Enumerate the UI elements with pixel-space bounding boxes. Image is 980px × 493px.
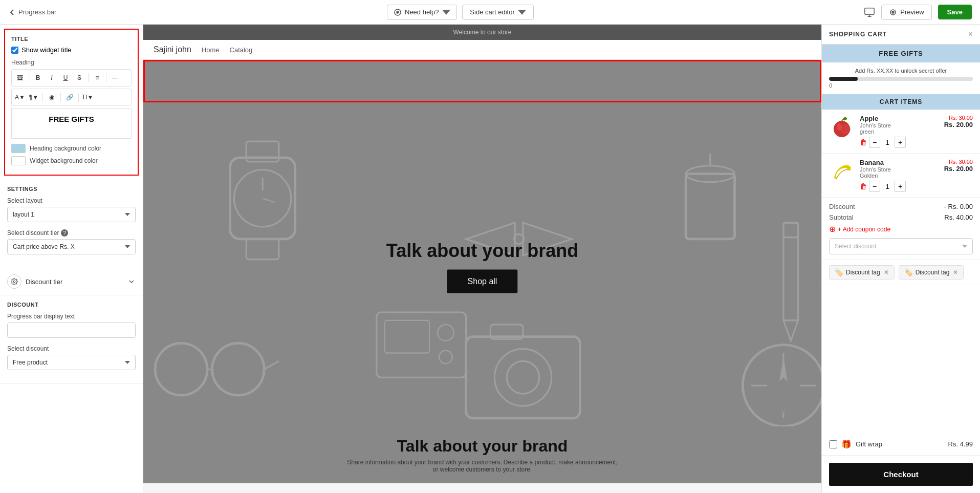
store-topbar-text: Welcome to our store: [453, 29, 512, 36]
banana-qty-increase[interactable]: +: [895, 181, 906, 192]
apple-variant: green: [860, 128, 939, 135]
hero-shop-btn[interactable]: Shop all: [447, 269, 518, 293]
select-layout-label: Select layout: [7, 197, 136, 204]
align-btn[interactable]: ≡: [91, 72, 103, 84]
minus-btn[interactable]: —: [109, 72, 121, 84]
back-button[interactable]: Progress bar: [8, 8, 56, 16]
apple-qty-decrease[interactable]: −: [869, 137, 880, 148]
select-discount-dropdown[interactable]: Select discount: [829, 238, 973, 254]
add-coupon-button[interactable]: ⊕ + Add coupon code: [829, 224, 973, 234]
svg-point-6: [892, 11, 894, 13]
save-button[interactable]: Save: [938, 5, 972, 19]
gift-wrap-checkbox[interactable]: [829, 440, 837, 448]
heading-bg-color-swatch[interactable]: [11, 144, 26, 153]
sep2: [88, 73, 89, 82]
gift-icon: 🎁: [841, 439, 852, 449]
preview-inner: Welcome to our store Sajini john Home Ca…: [143, 25, 821, 493]
select-discount-group: Select discount Free product: [7, 345, 136, 370]
hero-bottom-desc: Share information about your brand with …: [154, 459, 811, 473]
discount-tier-select[interactable]: Cart price above Rs. X: [7, 239, 136, 254]
title-section: TITLE Show widget title Heading 🖼 B I U …: [4, 29, 139, 176]
cart-item-banana: Banana John's Store Golden 🗑 − 1 + Rs. 3…: [822, 154, 980, 198]
gift-wrap-left: 🎁 Gift wrap: [829, 439, 882, 449]
banana-qty-decrease[interactable]: −: [869, 181, 880, 192]
discount-tag-2-remove[interactable]: ✕: [953, 269, 958, 276]
help-button[interactable]: Need help?: [387, 5, 457, 20]
cart-title: SHOPPING CART: [829, 31, 887, 38]
apple-icon: [830, 116, 854, 139]
show-widget-title-row: Show widget title: [11, 46, 132, 54]
banana-details: Banana John's Store Golden 🗑 − 1 +: [860, 159, 939, 192]
svg-point-7: [13, 281, 15, 283]
banana-trash-icon[interactable]: 🗑: [860, 182, 867, 190]
widget-bg-color-swatch[interactable]: [11, 156, 26, 165]
gear-icon-circle: [7, 274, 21, 289]
banana-store: John's Store: [860, 166, 939, 173]
sep1: [29, 73, 29, 82]
heading-bg-color-row: Heading background color: [11, 144, 132, 153]
nav-link-catalog[interactable]: Catalog: [230, 46, 253, 54]
checkout-button[interactable]: Checkout: [829, 463, 973, 486]
show-widget-title-checkbox[interactable]: [11, 47, 18, 54]
page-title: Progress bar: [18, 8, 56, 16]
paragraph-btn[interactable]: ¶▼: [28, 91, 40, 103]
discount-row: Discount - Rs. 0.00: [829, 203, 973, 210]
apple-qty: 1: [882, 139, 892, 146]
discount-value: - Rs. 0.00: [944, 203, 973, 210]
help-circle-icon: ?: [61, 229, 68, 237]
apple-trash-icon[interactable]: 🗑: [860, 138, 867, 146]
heading-content-box[interactable]: FREE GIFTS: [11, 108, 132, 139]
banana-original-price: Rs. 30.00: [944, 159, 973, 165]
discount-tier-collapsible[interactable]: Discount tier: [0, 268, 143, 295]
banana-current-price: Rs. 20.00: [944, 165, 973, 173]
tag-icon-1: 🏷️: [835, 268, 843, 276]
banana-icon: [830, 160, 854, 183]
apple-controls: 🗑 − 1 +: [860, 137, 939, 148]
discount-tag-1-label: Discount tag: [846, 269, 880, 276]
subtotal-value: Rs. 40.00: [944, 213, 973, 221]
cart-close-button[interactable]: ×: [968, 30, 973, 39]
preview-button[interactable]: Preview: [881, 5, 931, 20]
editor-dropdown[interactable]: Side cart editor: [462, 5, 533, 20]
svg-rect-2: [865, 8, 874, 14]
underline-btn[interactable]: U: [59, 72, 72, 84]
strikethrough-btn[interactable]: S: [73, 72, 85, 84]
discount-tag-1-remove[interactable]: ✕: [884, 269, 889, 276]
hero-bottom-title: Talk about your brand: [154, 437, 811, 456]
progress-bar-text-input[interactable]: [7, 323, 136, 338]
cart-spacer: [822, 285, 980, 433]
discount-section: DISCOUNT Progress bar display text Selec…: [0, 295, 143, 384]
heading-content-text: FREE GIFTS: [49, 115, 94, 123]
bold-btn[interactable]: B: [32, 72, 44, 84]
topbar-left: Progress bar: [8, 8, 56, 16]
discount-tags: 🏷️ Discount tag ✕ 🏷️ Discount tag ✕: [822, 260, 980, 285]
topbar: Progress bar Need help? Side cart editor: [0, 0, 980, 25]
topbar-center: Need help? Side cart editor: [387, 5, 534, 20]
monitor-icon[interactable]: [864, 7, 875, 18]
cart-summary: Discount - Rs. 0.00 Subtotal Rs. 40.00 ⊕…: [822, 198, 980, 260]
hero-title: Talk about your brand: [386, 240, 578, 261]
svg-point-46: [837, 123, 842, 131]
progress-section: Add Rs. XX.XX to unlock secret offer 0: [822, 62, 980, 94]
select-discount-select[interactable]: Free product: [7, 355, 136, 370]
layout-select[interactable]: layout 1 layout 2 layout 3: [7, 207, 136, 222]
banana-name: Banana: [860, 159, 939, 166]
link-btn[interactable]: 🔗: [63, 91, 76, 103]
italic-btn[interactable]: I: [46, 72, 58, 84]
show-widget-title-label: Show widget title: [21, 46, 72, 54]
discount-tag-1: 🏷️ Discount tag ✕: [829, 265, 895, 280]
discount-tier-group: Select discount tier ? Cart price above …: [7, 229, 136, 254]
apple-store: John's Store: [860, 122, 939, 128]
apple-qty-increase[interactable]: +: [895, 137, 906, 148]
highlight-btn[interactable]: ◉: [46, 91, 58, 103]
text-style-btn[interactable]: TI▼: [81, 91, 94, 103]
nav-link-home[interactable]: Home: [202, 46, 220, 54]
chevron-down-icon: [127, 277, 136, 286]
apple-image: [829, 115, 855, 140]
banana-image: [829, 159, 855, 184]
banana-variant: Golden: [860, 173, 939, 179]
left-panel: TITLE Show widget title Heading 🖼 B I U …: [0, 25, 143, 493]
font-color-btn[interactable]: A▼: [14, 91, 26, 103]
image-btn[interactable]: 🖼: [14, 72, 26, 84]
progress-desc: Add Rs. XX.XX to unlock secret offer: [829, 68, 973, 74]
